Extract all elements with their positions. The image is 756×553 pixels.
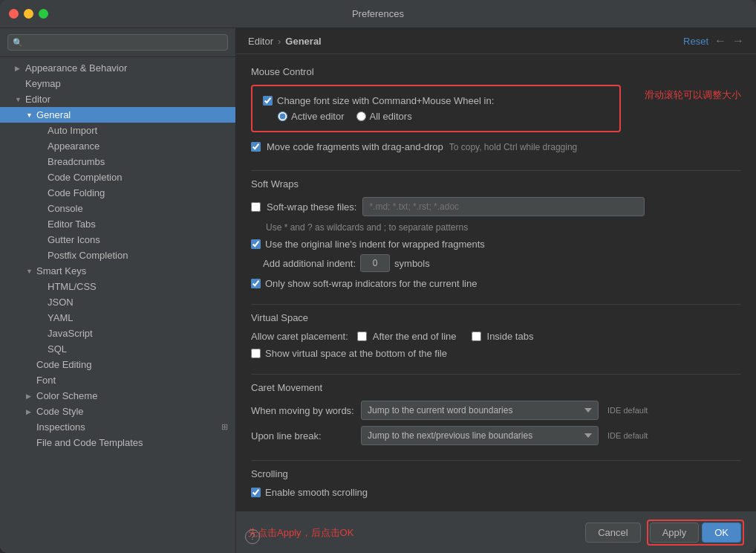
sidebar-item-breadcrumbs[interactable]: Breadcrumbs — [0, 154, 235, 169]
window-title: Preferences — [352, 8, 404, 19]
footer-annotation: 先点击Apply，后点击OK — [248, 526, 353, 540]
all-editors-radio[interactable] — [356, 111, 366, 121]
sidebar-tree: ▶ Appearance & Behavior Keymap ▼ Editor … — [0, 57, 235, 553]
minimize-button[interactable] — [24, 9, 33, 19]
after-end-checkbox[interactable] — [357, 332, 367, 341]
soft-wrap-checkbox[interactable] — [251, 202, 261, 212]
sidebar-item-html-css[interactable]: HTML/CSS — [0, 279, 235, 294]
editor-scope-group: Active editor All editors — [263, 111, 609, 122]
forward-button[interactable]: → — [732, 34, 744, 48]
sidebar-item-postfix-completion[interactable]: Postfix Completion — [0, 248, 235, 263]
original-indent-checkbox[interactable] — [251, 239, 261, 249]
moving-words-dropdown[interactable]: Jump to the current word boundaries Jump… — [361, 401, 599, 420]
sidebar-item-general[interactable]: ▼ General — [0, 107, 235, 123]
change-font-row: Change font size with Command+Mouse Whee… — [263, 95, 609, 106]
sidebar-item-code-completion[interactable]: Code Completion — [0, 169, 235, 185]
smooth-scrolling-checkbox[interactable] — [251, 488, 261, 497]
soft-wrap-input[interactable] — [362, 197, 645, 216]
sidebar-item-label: Keymap — [25, 78, 61, 89]
sidebar-item-label: JavaScript — [48, 328, 93, 339]
sidebar-item-keymap[interactable]: Keymap — [0, 76, 235, 91]
content-scroll: Mouse Control Change font size with Comm… — [236, 54, 756, 511]
virtual-space-title: Virtual Space — [251, 312, 741, 323]
breadcrumb-separator: › — [278, 36, 281, 47]
original-indent-row: Use the original line's indent for wrapp… — [251, 239, 741, 250]
divider-2 — [251, 304, 741, 305]
sidebar-item-smart-keys[interactable]: ▼ Smart Keys — [0, 263, 235, 279]
sidebar-item-label: Appearance & Behavior — [25, 62, 127, 74]
sidebar-item-label: General — [36, 109, 71, 120]
breadcrumb: Editor › General — [248, 36, 322, 47]
sidebar-item-label: Gutter Icons — [48, 234, 100, 245]
expand-arrow: ▼ — [15, 96, 22, 103]
content-header: Editor › General Reset ← → — [236, 28, 756, 54]
sidebar-item-code-folding[interactable]: Code Folding — [0, 185, 235, 201]
sidebar-item-auto-import[interactable]: Auto Import — [0, 123, 235, 138]
line-break-dropdown[interactable]: Jump to the next/previous line boundarie… — [361, 426, 599, 445]
sidebar-item-label: Code Folding — [48, 187, 105, 198]
soft-wrap-hint: Use * and ? as wildcards and ; to separa… — [251, 222, 741, 233]
sidebar-item-label: Code Style — [36, 406, 84, 417]
sidebar-item-yaml[interactable]: YAML — [0, 310, 235, 326]
question-icon: ? — [250, 531, 255, 542]
sidebar-item-code-editing[interactable]: Code Editing — [0, 357, 235, 372]
content-area: Editor › General Reset ← → Mouse Control — [236, 28, 756, 553]
show-virtual-row: Show virtual space at the bottom of the … — [251, 348, 741, 359]
smooth-scrolling-row: Enable smooth scrolling — [251, 487, 741, 498]
apply-button[interactable]: Apply — [650, 523, 700, 543]
sidebar-item-label: Appearance — [48, 140, 100, 152]
moving-words-row: When moving by words: Jump to the curren… — [251, 401, 741, 420]
show-virtual-checkbox[interactable] — [251, 349, 261, 358]
all-editors-row: All editors — [356, 111, 412, 122]
search-input-wrap[interactable]: 🔍 — [7, 34, 228, 51]
soft-wrap-files-row: Soft-wrap these files: — [251, 197, 741, 216]
sidebar-item-gutter-icons[interactable]: Gutter Icons — [0, 232, 235, 248]
expand-arrow: ▼ — [26, 268, 33, 275]
sidebar-item-font[interactable]: Font — [0, 372, 235, 388]
sidebar-item-javascript[interactable]: JavaScript — [0, 326, 235, 341]
sidebar-item-editor-tabs[interactable]: Editor Tabs — [0, 216, 235, 232]
breadcrumb-parent: Editor — [248, 36, 273, 47]
sidebar-item-label: Code Completion — [48, 172, 122, 183]
help-button[interactable]: ? — [245, 529, 260, 544]
maximize-button[interactable] — [39, 9, 48, 19]
inside-tabs-checkbox[interactable] — [472, 332, 481, 341]
back-button[interactable]: ← — [714, 34, 726, 48]
active-editor-radio[interactable] — [278, 111, 287, 121]
mouse-control-section: Mouse Control Change font size with Comm… — [251, 66, 741, 155]
reset-button[interactable]: Reset — [683, 36, 708, 47]
sidebar-item-inspections[interactable]: Inspections ⊞ — [0, 419, 235, 435]
sidebar-item-code-style[interactable]: ▶ Code Style — [0, 404, 235, 419]
sidebar-item-file-code-templates[interactable]: File and Code Templates — [0, 435, 235, 450]
add-indent-input[interactable] — [360, 254, 390, 272]
sidebar-item-sql[interactable]: SQL — [0, 341, 235, 357]
sidebar-item-label: Editor Tabs — [48, 219, 96, 230]
sidebar-item-label: YAML — [48, 312, 73, 323]
sidebar-item-console[interactable]: Console — [0, 201, 235, 216]
divider-1 — [251, 170, 741, 171]
sidebar-item-editor[interactable]: ▼ Editor — [0, 91, 235, 107]
close-button[interactable] — [9, 9, 19, 19]
sidebar-item-label: Postfix Completion — [48, 250, 128, 261]
sidebar-item-json[interactable]: JSON — [0, 294, 235, 310]
cancel-button[interactable]: Cancel — [585, 523, 640, 543]
sidebar-item-appearance[interactable]: Appearance — [0, 138, 235, 154]
apply-ok-box: Apply OK — [647, 520, 744, 546]
search-input[interactable] — [26, 37, 223, 48]
mouse-control-box: Change font size with Command+Mouse Whee… — [251, 85, 621, 132]
scrolling-section: Scrolling Enable smooth scrolling — [251, 468, 741, 498]
search-icon: 🔍 — [13, 38, 23, 48]
show-indicators-checkbox[interactable] — [251, 279, 261, 288]
breadcrumb-current: General — [285, 36, 321, 47]
line-break-row: Upon line break: Jump to the next/previo… — [251, 426, 741, 445]
ok-button[interactable]: OK — [702, 523, 741, 543]
drag-drop-checkbox[interactable] — [251, 142, 261, 152]
allow-caret-label: Allow caret placement: — [251, 331, 348, 342]
sidebar-item-appearance-behavior[interactable]: ▶ Appearance & Behavior — [0, 60, 235, 76]
sidebar-item-color-scheme[interactable]: ▶ Color Scheme — [0, 388, 235, 404]
inside-tabs-label: Inside tabs — [487, 331, 534, 342]
preferences-window: Preferences 🔍 ▶ Appearance & Behavior Ke… — [0, 0, 756, 553]
change-font-checkbox[interactable] — [263, 96, 273, 106]
sidebar-item-label: JSON — [48, 297, 74, 308]
traffic-lights — [9, 9, 48, 19]
